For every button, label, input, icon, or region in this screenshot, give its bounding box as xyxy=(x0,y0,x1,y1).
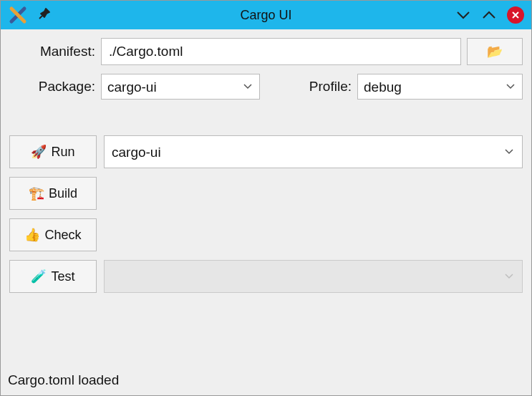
test-row: 🧪 Test xyxy=(9,260,523,293)
test-target-select xyxy=(104,260,523,293)
thumbs-up-icon: 👍 xyxy=(24,227,40,243)
window-title: Cargo UI xyxy=(240,8,291,23)
rocket-icon: 🚀 xyxy=(31,144,47,160)
run-button[interactable]: 🚀 Run xyxy=(9,135,97,168)
profile-label: Profile: xyxy=(294,79,352,95)
test-button-label: Test xyxy=(51,269,74,284)
app-window: Cargo UI Manifest: 📂 Package: cargo-ui xyxy=(0,0,532,396)
minimize-button[interactable] xyxy=(455,7,471,23)
browse-button[interactable]: 📂 xyxy=(467,38,523,65)
titlebar: Cargo UI xyxy=(1,1,531,29)
test-button[interactable]: 🧪 Test xyxy=(9,260,97,293)
status-message: Cargo.toml loaded xyxy=(8,372,119,388)
build-row: 🏗️ Build xyxy=(9,177,523,210)
titlebar-left xyxy=(8,5,51,25)
run-button-label: Run xyxy=(51,145,74,160)
check-row: 👍 Check xyxy=(9,218,523,251)
run-row: 🚀 Run cargo-ui xyxy=(9,135,523,168)
package-label: Package: xyxy=(9,79,95,95)
content-area: Manifest: 📂 Package: cargo-ui Profile: d… xyxy=(1,29,531,395)
test-tube-icon: 🧪 xyxy=(31,269,47,284)
crane-icon: 🏗️ xyxy=(29,185,44,201)
maximize-button[interactable] xyxy=(481,7,497,23)
manifest-label: Manifest: xyxy=(9,44,95,59)
pin-icon[interactable] xyxy=(38,7,51,24)
build-button-label: Build xyxy=(49,186,77,201)
folder-icon: 📂 xyxy=(487,44,503,59)
profile-select[interactable]: debug xyxy=(357,74,523,100)
check-button-label: Check xyxy=(44,228,81,243)
app-icon xyxy=(8,5,28,25)
check-button[interactable]: 👍 Check xyxy=(9,218,97,251)
titlebar-right xyxy=(455,6,524,24)
close-button[interactable] xyxy=(507,6,524,24)
package-profile-row: Package: cargo-ui Profile: debug xyxy=(9,74,523,100)
package-select[interactable]: cargo-ui xyxy=(101,74,260,100)
manifest-row: Manifest: 📂 xyxy=(9,38,523,65)
build-button[interactable]: 🏗️ Build xyxy=(9,177,97,210)
run-target-select[interactable]: cargo-ui xyxy=(104,135,523,168)
actions-section: 🚀 Run cargo-ui 🏗️ Build 👍 Check xyxy=(9,135,523,293)
manifest-input[interactable] xyxy=(101,38,461,65)
